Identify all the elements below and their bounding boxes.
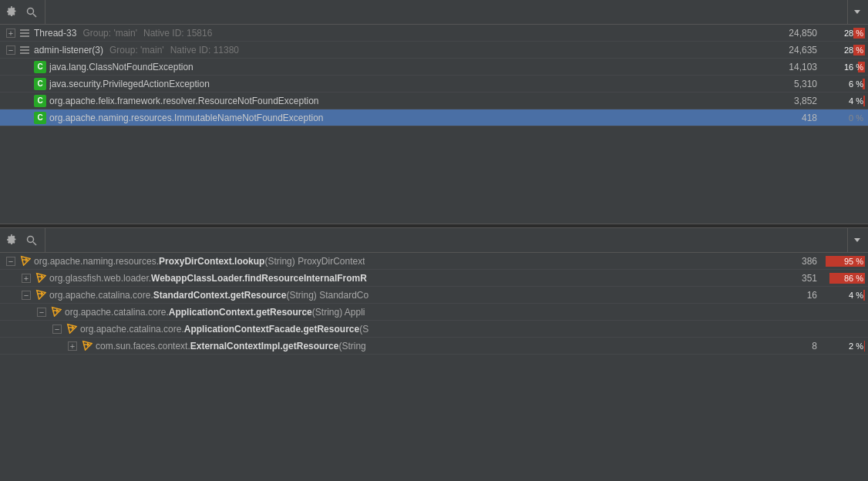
bottom-header-sep [45, 228, 45, 252]
table-row[interactable]: +org.glassfish.web.loader.WebappClassLoa… [0, 270, 868, 287]
table-row[interactable]: Corg.apache.naming.resources.ImmutableNa… [0, 109, 868, 126]
table-row[interactable]: +Thread-33Group: 'main'Native ID: 158162… [0, 25, 868, 42]
bar-cell: 95 % [822, 256, 868, 267]
arrow-icon [80, 338, 93, 353]
bar-label: 16 % [823, 62, 865, 72]
expand-icon[interactable]: − [22, 291, 31, 300]
search-icon[interactable] [25, 5, 39, 19]
expand-icon[interactable] [22, 79, 34, 89]
expand-icon[interactable]: − [6, 257, 15, 266]
bar-cell: 4 % [822, 290, 868, 301]
row-name-text: com.sun.faces.context.ExternalContextImp… [96, 341, 366, 352]
bar-cell: 0 % [822, 113, 868, 123]
row-name-text: org.glassfish.web.loader.WebappClassLoad… [49, 273, 367, 284]
bar-cell: 4 % [822, 96, 868, 106]
name-cell: −org.apache.naming.resources.ProxyDirCon… [3, 254, 768, 268]
bar-cell: 86 % [822, 273, 868, 284]
class-badge: C [34, 95, 46, 107]
expand-icon[interactable]: − [52, 325, 62, 334]
count-cell: 418 [768, 113, 822, 123]
bar-cell: 6 % [822, 79, 868, 89]
sort-arrow-icon [854, 10, 860, 14]
name-cell: Cjava.lang.ClassNotFoundException [3, 61, 768, 73]
bar-cell: 16 % [822, 62, 868, 72]
row-name-text: org.apache.felix.framework.resolver.Reso… [49, 96, 319, 106]
header-separator2 [847, 0, 848, 24]
row-name-text: org.apache.catalina.core.ApplicationCont… [65, 307, 365, 318]
expand-icon[interactable] [22, 113, 34, 123]
expand-icon[interactable]: − [37, 308, 46, 317]
table-row[interactable]: +com.sun.faces.context.ExternalContextIm… [0, 338, 868, 355]
count-cell: 16 [768, 290, 822, 301]
count-cell: 24,850 [768, 28, 822, 39]
bar-label: 0 % [823, 113, 865, 123]
table-row[interactable]: −org.apache.catalina.core.ApplicationCon… [0, 321, 868, 338]
sort-arrow-icon-bottom [854, 238, 860, 242]
count-cell: 24,635 [768, 45, 822, 56]
name-cell: Cjava.security.PrivilegedActionException [3, 78, 768, 90]
bar-label: 95 % [823, 257, 865, 266]
row-name-text: org.apache.naming.resources.ImmutableNam… [49, 113, 324, 123]
name-cell: Corg.apache.felix.framework.resolver.Res… [3, 95, 768, 107]
count-cell: 386 [768, 256, 822, 267]
bottom-panel-icons [5, 234, 39, 247]
svg-line-1 [33, 14, 36, 17]
name-cell: −org.apache.catalina.core.ApplicationCon… [3, 304, 768, 319]
bar-label: 2 % [823, 341, 865, 351]
gear-icon[interactable] [5, 5, 19, 19]
count-cell: 351 [768, 273, 822, 284]
svg-point-0 [28, 8, 34, 14]
row-name-text: org.apache.catalina.core.ApplicationCont… [80, 324, 368, 335]
count-cell: 3,852 [768, 96, 822, 106]
count-cell: 5,310 [768, 79, 822, 89]
table-row[interactable]: Corg.apache.felix.framework.resolver.Res… [0, 92, 868, 109]
table-row[interactable]: −org.apache.catalina.core.ApplicationCon… [0, 304, 868, 321]
bar-label: 28 % [823, 29, 865, 38]
bar-cell: 2 % [822, 341, 868, 352]
name-cell: −admin-listener(3)Group: 'main'Native ID… [3, 44, 768, 56]
row-name-text: org.apache.naming.resources.ProxyDirCont… [34, 256, 365, 267]
name-cell: −org.apache.catalina.core.ApplicationCon… [3, 321, 768, 336]
expand-icon[interactable]: + [68, 341, 77, 351]
bottom-panel-table: −org.apache.naming.resources.ProxyDirCon… [0, 253, 868, 481]
class-badge: C [34, 112, 46, 124]
top-panel-table: +Thread-33Group: 'main'Native ID: 158162… [0, 25, 868, 224]
row-name-text: java.security.PrivilegedActionException [49, 79, 210, 89]
table-row[interactable]: −org.apache.naming.resources.ProxyDirCon… [0, 253, 868, 270]
header-separator [45, 0, 45, 24]
bar-label: 6 % [823, 79, 865, 89]
expand-icon[interactable] [22, 96, 34, 106]
name-cell: +Thread-33Group: 'main'Native ID: 15816 [3, 27, 768, 39]
gear-icon-bottom[interactable] [5, 234, 19, 247]
class-badge: C [34, 78, 46, 90]
table-row[interactable]: −org.apache.catalina.core.StandardContex… [0, 287, 868, 304]
row-name-text: java.lang.ClassNotFoundException [49, 62, 193, 72]
bar-label: 86 % [823, 274, 865, 283]
expand-icon[interactable]: − [6, 45, 15, 55]
table-row[interactable]: −admin-listener(3)Group: 'main'Native ID… [0, 42, 868, 59]
top-count-header[interactable] [854, 10, 863, 14]
thread-icon [19, 44, 31, 56]
bar-label: 4 % [823, 291, 865, 300]
bar-cell: 28 % [822, 28, 868, 39]
name-cell: +com.sun.faces.context.ExternalContextIm… [3, 338, 768, 353]
name-cell: +org.glassfish.web.loader.WebappClassLoa… [3, 271, 768, 285]
expand-icon[interactable]: + [22, 274, 31, 283]
arrow-icon [19, 254, 31, 268]
name-cell: −org.apache.catalina.core.StandardContex… [3, 288, 768, 302]
arrow-icon [65, 321, 77, 336]
search-icon-bottom[interactable] [25, 234, 39, 247]
svg-point-2 [28, 236, 34, 242]
arrow-icon [34, 288, 46, 302]
table-row[interactable]: Cjava.lang.ClassNotFoundException14,1031… [0, 59, 868, 76]
thread-icon [19, 27, 31, 39]
table-row[interactable]: Cjava.security.PrivilegedActionException… [0, 76, 868, 92]
svg-line-3 [33, 242, 36, 245]
bar-cell: 28 % [822, 45, 868, 56]
expand-icon[interactable]: + [6, 29, 15, 38]
expand-icon[interactable] [22, 62, 34, 72]
bar-label: 28 % [823, 45, 865, 55]
bottom-count-header[interactable] [854, 238, 863, 242]
name-cell: Corg.apache.naming.resources.ImmutableNa… [3, 112, 768, 124]
arrow-icon [34, 271, 46, 285]
